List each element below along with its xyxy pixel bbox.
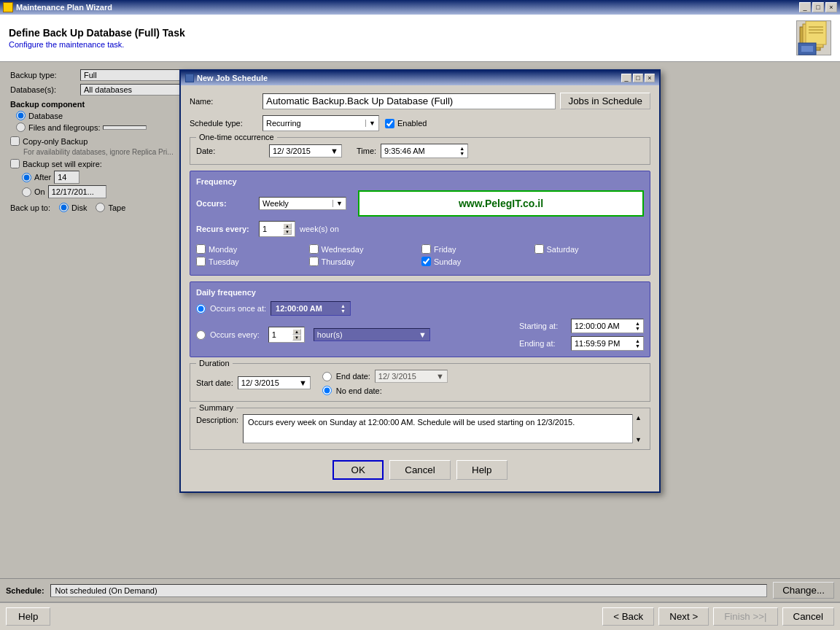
ending-up[interactable]: ▲ [635,338,640,343]
duration-group: Duration Start date: 12/ 3/2015 ▼ [190,363,650,402]
nav-left: Help [6,607,50,626]
wizard-help-button[interactable]: Help [6,607,50,626]
end-date-input[interactable]: 12/ 3/2015 ▼ [375,370,448,383]
title-bar-buttons: _ □ × [799,2,837,12]
duration-label: Duration [196,359,233,368]
wednesday-label: Wednesday [322,245,364,254]
page-subtitle: Configure the maintenance task. [9,40,185,49]
recurs-spinner[interactable]: ▲ ▼ [283,223,292,235]
sunday-checkbox[interactable] [421,257,431,266]
occurs-once-label: Occurs once at: [210,304,266,313]
every-up-btn[interactable]: ▲ [292,329,301,335]
time-down-btn[interactable]: ▼ [459,151,464,156]
recurs-label: Recurs every: [196,225,254,233]
once-time-up[interactable]: ▲ [341,303,346,308]
once-time-down[interactable]: ▼ [341,308,346,314]
desc-scroll-up[interactable]: ▲ [633,414,644,421]
name-input[interactable] [262,93,556,109]
spin-up-btn[interactable]: ▲ [283,223,292,229]
enabled-checkbox[interactable] [385,119,394,128]
saturday-label: Saturday [547,245,579,254]
frequency-label: Frequency [196,177,644,186]
saturday-checkbox[interactable] [534,244,544,254]
every-down-btn[interactable]: ▼ [292,335,301,341]
wednesday-checkbox[interactable] [309,244,319,254]
close-button[interactable]: × [825,2,837,12]
no-end-date-radio[interactable] [322,386,332,395]
thursday-checkbox[interactable] [309,257,319,266]
no-end-date-row: No end date: [322,386,448,395]
start-date-arrow[interactable]: ▼ [299,378,307,387]
ending-down[interactable]: ▼ [635,343,640,349]
nav-right: < Back Next > Finish >>| Cancel [602,607,834,626]
name-label: Name: [190,97,262,106]
next-button[interactable]: Next > [658,607,709,626]
days-grid: Monday Wednesday Friday [196,241,644,269]
summary-group: Summary Description: Occurs every week o… [190,408,650,450]
occurs-every-radio[interactable] [196,330,206,340]
content-area: Backup type: Full ▼ Database(s): All dat… [0,62,840,602]
time-label: Time: [357,147,376,155]
sunday-item: Sunday [421,257,532,266]
thursday-item: Thursday [309,257,419,266]
desc-scroll-down[interactable]: ▼ [633,436,644,443]
one-time-group: One-time occurrence Date: 12/ 3/2015 ▼ T… [190,137,650,165]
friday-item: Friday [421,244,532,254]
monday-item: Monday [196,244,306,254]
recurs-input[interactable]: 1 ▲ ▼ [259,221,295,237]
start-date-input[interactable]: 12/ 3/2015 ▼ [238,376,311,389]
occurs-combo[interactable]: Weekly ▼ [259,197,346,210]
minimize-button[interactable]: _ [799,2,811,12]
end-date-arrow: ▼ [436,372,444,381]
desc-scrollbar[interactable]: ▲ ▼ [632,414,644,443]
occurs-once-radio[interactable] [196,304,206,314]
date-input[interactable]: 12/ 3/2015 ▼ [269,144,342,158]
every-spinner[interactable]: ▲ ▼ [292,329,301,341]
dialog-title-text: New Job Schedule [185,74,268,82]
monday-checkbox[interactable] [196,244,206,254]
spin-down-btn[interactable]: ▼ [283,229,292,235]
tuesday-item: Tuesday [196,257,306,266]
dialog-minimize-btn[interactable]: _ [621,74,631,82]
schedule-type-combo[interactable]: Recurring ▼ [262,115,379,131]
occurs-label: Occurs: [196,199,254,208]
occurs-arrow: ▼ [332,200,343,207]
finish-button[interactable]: Finish >>| [713,607,777,626]
time-up-btn[interactable]: ▲ [459,146,464,151]
starting-at-row: Starting at: 12:00:00 AM ▲ ▼ [519,319,644,333]
every-unit-arrow: ▼ [419,330,427,339]
maximize-button[interactable]: □ [812,2,824,12]
ok-button[interactable]: OK [332,460,384,480]
monday-label: Monday [209,245,237,254]
occurs-once-time[interactable]: 12:00:00 AM ▲ ▼ [271,301,351,316]
jobs-in-schedule-button[interactable]: Jobs in Schedule [560,93,650,109]
enabled-label: Enabled [397,119,427,128]
ending-at-label: Ending at: [519,339,567,348]
friday-checkbox[interactable] [421,244,431,254]
start-date-label: Start date: [196,378,233,387]
starting-at-input[interactable]: 12:00:00 AM ▲ ▼ [571,319,644,333]
date-picker-icon[interactable]: ▼ [330,147,338,155]
summary-label: Summary [196,403,236,412]
dialog-close-btn[interactable]: × [645,74,655,82]
occurs-every-input[interactable]: 1 ▲ ▼ [268,327,305,343]
every-unit-combo[interactable]: hour(s) ▼ [314,328,430,341]
description-text: Occurs every week on Sunday at 12:00:00 … [243,414,644,443]
starting-up[interactable]: ▲ [635,321,640,326]
starting-down[interactable]: ▼ [635,326,640,331]
end-date-radio[interactable] [322,372,332,381]
sunday-label: Sunday [434,257,461,266]
modal-overlay: New Job Schedule _ □ × Name: Jobs in Sch… [0,62,840,602]
occurs-once-row: Occurs once at: 12:00:00 AM ▲ ▼ [196,301,644,316]
enabled-check: Enabled [385,119,427,128]
ending-at-input[interactable]: 11:59:59 PM ▲ ▼ [571,336,644,351]
dialog-maximize-btn[interactable]: □ [633,74,643,82]
back-button[interactable]: < Back [602,607,654,626]
time-input[interactable]: 9:35:46 AM ▲ ▼ [381,144,468,158]
wizard-cancel-button[interactable]: Cancel [782,607,835,626]
duration-row: Start date: 12/ 3/2015 ▼ End date: [196,370,644,395]
recurs-row: Recurs every: 1 ▲ ▼ week(s) on [196,221,644,237]
cancel-button[interactable]: Cancel [389,460,451,480]
tuesday-checkbox[interactable] [196,257,206,266]
help-button[interactable]: Help [456,460,508,480]
